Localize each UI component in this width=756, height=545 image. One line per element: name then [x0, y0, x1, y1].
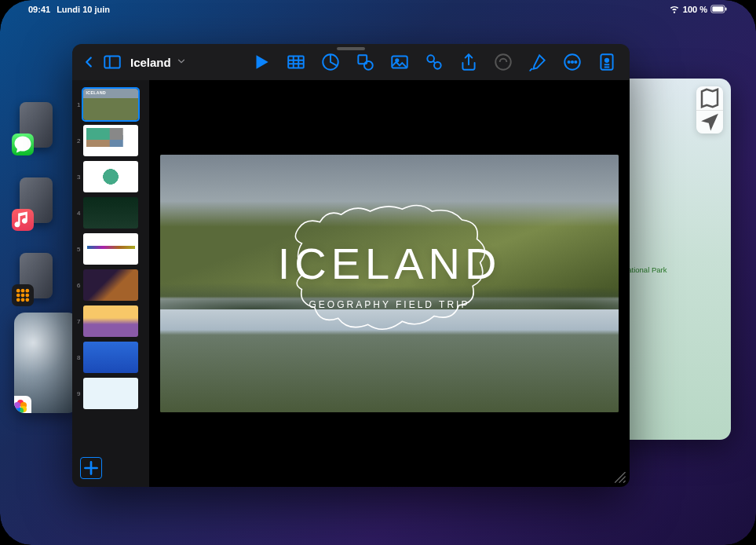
slide-thumbnail[interactable]: 7: [72, 303, 149, 339]
svg-point-9: [16, 298, 20, 302]
window-grabber[interactable]: [337, 47, 365, 50]
maps-toolbar: [696, 86, 723, 134]
format-brush-button[interactable]: [528, 52, 548, 72]
status-time: 09:41: [28, 5, 50, 14]
slide-thumbnail[interactable]: 9: [72, 375, 149, 411]
stage-item-photos-window[interactable]: [14, 313, 79, 413]
slide[interactable]: ICELAND GEOGRAPHY FIELD TRIP: [160, 155, 619, 413]
thumbnail-image: [83, 161, 138, 192]
svg-point-7: [21, 294, 25, 298]
slide-number: 6: [77, 282, 80, 289]
svg-point-24: [427, 55, 434, 62]
svg-point-11: [26, 298, 30, 302]
svg-point-8: [26, 294, 30, 298]
slide-navigator: 1ICELAND23456789: [72, 80, 149, 487]
svg-point-21: [364, 61, 373, 70]
svg-rect-12: [104, 56, 120, 68]
svg-point-10: [21, 298, 25, 302]
svg-point-26: [495, 54, 511, 70]
svg-point-29: [572, 61, 573, 63]
slide-number: 2: [77, 137, 80, 144]
thumbnail-image: [83, 342, 138, 373]
media-button[interactable]: [424, 52, 444, 72]
resize-handle-icon[interactable]: [612, 470, 626, 484]
more-button[interactable]: [562, 52, 583, 72]
svg-point-6: [16, 294, 20, 298]
thumbnail-image: [83, 378, 138, 409]
svg-point-30: [575, 61, 576, 63]
svg-rect-1: [712, 6, 723, 11]
slide-canvas[interactable]: ICELAND GEOGRAPHY FIELD TRIP: [149, 80, 630, 487]
slide-thumbnail[interactable]: 4: [72, 195, 149, 231]
slide-thumbnail[interactable]: 5: [72, 231, 149, 267]
status-date: Lundi 10 juin: [57, 5, 110, 14]
stage-manager-strip: [17, 102, 55, 298]
shape-button[interactable]: [355, 52, 375, 72]
slide-thumbnail[interactable]: 3: [72, 159, 149, 195]
table-button[interactable]: [286, 52, 306, 72]
wifi-icon: [669, 3, 680, 16]
slide-number: 1: [77, 101, 80, 108]
slide-thumbnail[interactable]: 6: [72, 267, 149, 303]
thumbnail-image: [83, 269, 138, 301]
stage-item-music[interactable]: [20, 177, 53, 223]
thumbnail-image: [83, 125, 138, 156]
slide-thumbnail[interactable]: 8: [72, 339, 149, 375]
svg-point-28: [568, 61, 570, 63]
thumbnail-image: [83, 197, 138, 229]
thumbnail-image: [83, 233, 138, 265]
sidebar-toggle-button[interactable]: [102, 52, 122, 72]
stage-item-messages[interactable]: [20, 102, 53, 148]
slide-number: 7: [77, 318, 80, 325]
maps-mode-button[interactable]: [696, 86, 723, 110]
slide-number: 3: [77, 174, 80, 181]
thumbnail-image: [83, 305, 138, 337]
slide-title[interactable]: ICELAND: [278, 237, 502, 288]
share-button[interactable]: [458, 52, 479, 72]
back-button[interactable]: [80, 53, 97, 71]
svg-point-3: [16, 289, 20, 293]
record-button[interactable]: [493, 52, 513, 72]
status-bar: 09:41 Lundi 10 juin 100 %: [0, 0, 756, 19]
add-slide-button[interactable]: [80, 457, 102, 479]
calculator-icon: [12, 284, 34, 306]
svg-point-4: [21, 289, 25, 293]
slide-number: 9: [77, 390, 80, 397]
image-button[interactable]: [389, 52, 410, 72]
messages-icon: [12, 134, 34, 155]
music-icon: [12, 209, 34, 231]
document-title[interactable]: Iceland: [130, 56, 171, 69]
photos-icon: [14, 396, 31, 413]
play-button[interactable]: [251, 52, 272, 72]
svg-rect-2: [725, 7, 727, 10]
inspector-button[interactable]: [597, 52, 617, 72]
chart-button[interactable]: [320, 52, 341, 72]
slide-subtitle[interactable]: GEOGRAPHY FIELD TRIP: [309, 299, 470, 310]
thumbnail-image: ICELAND: [83, 89, 138, 120]
svg-point-25: [434, 62, 441, 69]
battery-label: 100 %: [683, 5, 707, 14]
slide-thumbnail[interactable]: 2: [72, 123, 149, 159]
stage-item-calculator[interactable]: [20, 253, 53, 298]
slide-number: 8: [77, 354, 80, 361]
keynote-window: Iceland: [72, 44, 630, 487]
svg-point-32: [605, 59, 608, 62]
slide-number: 5: [77, 246, 80, 253]
slide-number: 4: [77, 210, 80, 217]
maps-locate-button[interactable]: [696, 110, 723, 134]
svg-rect-14: [288, 56, 304, 68]
slide-thumbnail[interactable]: 1ICELAND: [72, 86, 149, 123]
chevron-down-icon[interactable]: [176, 56, 187, 69]
svg-point-5: [26, 289, 30, 293]
battery-icon: [710, 5, 728, 15]
